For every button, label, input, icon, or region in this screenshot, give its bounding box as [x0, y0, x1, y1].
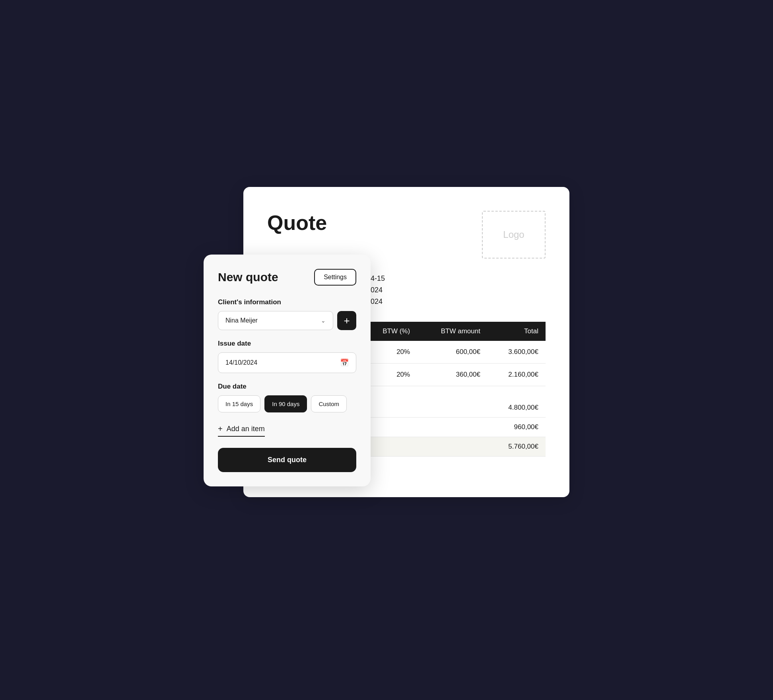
logo-placeholder[interactable]: Logo — [482, 211, 546, 259]
add-item-label: Add an item — [227, 425, 265, 433]
total-btw-value: 960,00€ — [514, 423, 538, 431]
cell-btw-pct: 20% — [363, 341, 417, 364]
due-date-section-label: Due date — [218, 383, 356, 391]
cell-total: 3.600,00€ — [487, 341, 546, 364]
quote-title: Quote — [267, 211, 327, 235]
total-excl-value: 4.800,00€ — [508, 404, 538, 412]
client-section-label: Client's information — [218, 298, 356, 306]
cell-total: 2.160,00€ — [487, 364, 546, 386]
send-quote-button[interactable]: Send quote — [218, 448, 356, 472]
plus-icon: + — [344, 315, 350, 327]
client-select[interactable]: Nina Meijer ⌄ — [218, 311, 333, 330]
col-total: Total — [487, 322, 546, 341]
due-date-options: In 15 days In 90 days Custom — [218, 395, 356, 412]
issue-date-input[interactable]: 14/10/2024 📅 — [218, 352, 356, 373]
col-btw-pct: BTW (%) — [363, 322, 417, 341]
due-15-days-button[interactable]: In 15 days — [218, 395, 260, 412]
client-name: Nina Meijer — [225, 317, 258, 324]
cell-btw-amount: 600,00€ — [417, 341, 487, 364]
settings-button[interactable]: Settings — [314, 269, 356, 286]
new-quote-panel: New quote Settings Client's information … — [204, 255, 371, 486]
due-90-days-button[interactable]: In 90 days — [264, 395, 307, 412]
chevron-down-icon: ⌄ — [321, 317, 326, 324]
issue-date-section-label: Issue date — [218, 340, 356, 348]
due-custom-button[interactable]: Custom — [311, 395, 347, 412]
cell-btw-amount: 360,00€ — [417, 364, 487, 386]
calendar-icon: 📅 — [340, 358, 349, 367]
add-item-plus-icon: + — [218, 424, 223, 434]
panel-title: New quote — [218, 270, 278, 284]
panel-header: New quote Settings — [218, 269, 356, 286]
add-client-button[interactable]: + — [337, 311, 356, 330]
col-btw-amount: BTW amount — [417, 322, 487, 341]
client-row: Nina Meijer ⌄ + — [218, 311, 356, 330]
issue-date-display: 14/10/2024 — [225, 359, 257, 366]
total-incl-value: 5.760,00€ — [508, 443, 538, 451]
quote-header: Quote Logo — [267, 211, 546, 259]
cell-btw-pct: 20% — [363, 364, 417, 386]
add-item-row[interactable]: + Add an item — [218, 424, 265, 437]
